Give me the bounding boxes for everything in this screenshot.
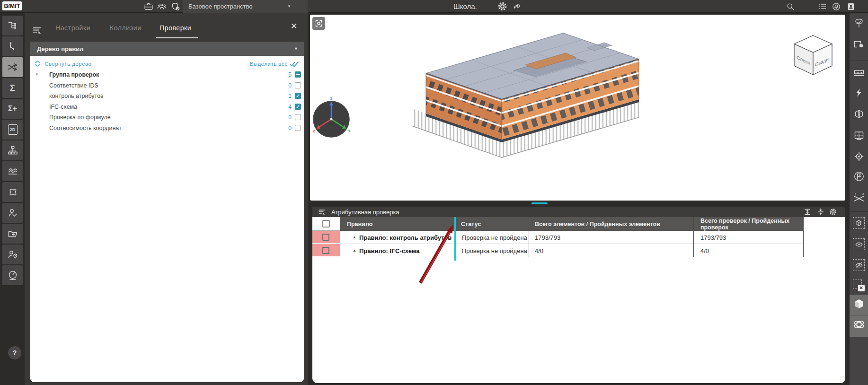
select-elements-icon[interactable] bbox=[850, 39, 868, 50]
tree-row-count: 1 bbox=[288, 93, 292, 99]
elements-cell: 4/0 bbox=[535, 244, 543, 257]
tree-row[interactable]: Проверка по формуле 0 bbox=[30, 113, 304, 123]
tree-row-label: контроль атрибутов bbox=[49, 93, 104, 99]
tree-row-label: Соответствие IDS bbox=[49, 82, 98, 89]
tree-expand-arrow[interactable]: ▼ bbox=[35, 72, 39, 77]
user-location-icon[interactable] bbox=[2, 245, 23, 264]
shield-clock-icon[interactable] bbox=[170, 1, 181, 12]
top-bar: BiMiT Базовое пространст bbox=[0, 0, 868, 13]
axis-gizmo-widget: Z X Y bbox=[312, 96, 351, 137]
search-icon[interactable] bbox=[786, 2, 795, 11]
model-tree-icon[interactable] bbox=[2, 16, 23, 35]
tree-section-header[interactable]: Дерево правил ▼ bbox=[30, 42, 304, 56]
tree-row-checkbox[interactable] bbox=[295, 125, 301, 131]
tree-row[interactable]: Соответствие IDS 0 bbox=[30, 81, 304, 91]
tree-row-checkbox[interactable] bbox=[295, 82, 301, 88]
orbit-icon[interactable] bbox=[850, 318, 868, 331]
org-chart-icon[interactable] bbox=[2, 140, 23, 160]
sheet-2d-icon[interactable]: 2D bbox=[2, 120, 23, 140]
tree-row[interactable]: IFC-схема 4 bbox=[30, 102, 304, 113]
ruler-icon[interactable] bbox=[850, 67, 868, 78]
row-checkbox[interactable] bbox=[322, 247, 329, 254]
focus-view-button[interactable] bbox=[312, 17, 325, 30]
row-collapse-arrow[interactable]: ▲ bbox=[353, 248, 356, 253]
folder-share-icon[interactable] bbox=[2, 224, 23, 244]
user-check-icon[interactable] bbox=[2, 203, 23, 223]
tree-row-checkbox[interactable] bbox=[295, 104, 301, 110]
solid-cube-icon[interactable] bbox=[850, 298, 868, 311]
tree-row-count: 4 bbox=[288, 104, 292, 110]
checks-cell: 4/0 bbox=[700, 244, 709, 257]
tab-checks[interactable]: Проверки bbox=[159, 24, 191, 32]
focus-target-icon[interactable] bbox=[850, 151, 868, 162]
column-header-elements[interactable]: Всего элементов / Пройденных элементов bbox=[529, 217, 693, 231]
help-button[interactable]: ? bbox=[8, 346, 21, 359]
select-all-link[interactable]: Выделить всё bbox=[250, 61, 288, 67]
panel-menu-icon[interactable] bbox=[318, 208, 326, 216]
collapse-tree-link[interactable]: Свернуть дерево bbox=[44, 61, 91, 67]
table-row[interactable]: ▲ Правило: контроль атрибутов Проверка н… bbox=[312, 231, 803, 244]
tree-section-title: Дерево правил bbox=[37, 45, 83, 52]
tree-row-checkbox[interactable] bbox=[295, 93, 301, 99]
panel-menu-icon[interactable] bbox=[32, 26, 42, 35]
row-checkbox-cell bbox=[312, 231, 340, 244]
project-title: Школа. bbox=[453, 2, 477, 10]
double-check-icon[interactable] bbox=[289, 60, 301, 68]
tree-row-checkbox[interactable] bbox=[295, 114, 301, 120]
row-collapse-arrow[interactable]: ▲ bbox=[353, 235, 356, 239]
team-icon[interactable] bbox=[157, 1, 167, 12]
app-logo-text: BiMiT bbox=[4, 3, 20, 9]
row-checkbox-cell bbox=[312, 244, 340, 257]
tree-row-count: 0 bbox=[288, 114, 292, 121]
expand-rows-icon[interactable] bbox=[804, 208, 811, 216]
row-checkbox[interactable] bbox=[322, 234, 329, 241]
column-header-checks[interactable]: Всего проверок / Пройденных проверок bbox=[693, 217, 803, 231]
share-icon[interactable] bbox=[513, 2, 522, 11]
gear-icon[interactable] bbox=[829, 208, 837, 216]
sum-plus-icon[interactable]: Σ+ bbox=[2, 99, 23, 119]
notifications-icon[interactable] bbox=[832, 2, 841, 11]
list-icon[interactable] bbox=[818, 2, 827, 11]
tree-row-group[interactable]: ▼ Группа проверок 5 bbox=[30, 70, 304, 80]
flash-icon[interactable] bbox=[850, 87, 868, 98]
deselect-x-icon[interactable]: ✕ bbox=[850, 280, 868, 292]
tree-row-checkbox[interactable] bbox=[295, 71, 301, 78]
panel-resize-handle[interactable] bbox=[531, 202, 548, 204]
briefcase-icon[interactable] bbox=[143, 1, 154, 12]
flag-circle-icon[interactable] bbox=[850, 170, 868, 183]
tab-collisions[interactable]: Коллизии bbox=[110, 24, 142, 32]
building-model bbox=[412, 33, 639, 158]
select-all-checkbox[interactable] bbox=[322, 220, 330, 228]
trend-lines-icon[interactable] bbox=[2, 161, 23, 181]
collapse-tree-icon[interactable] bbox=[35, 60, 41, 67]
tree-row[interactable]: контроль атрибутов 1 bbox=[30, 91, 304, 102]
measure-c2c-icon[interactable]: 1 2 bbox=[850, 192, 868, 205]
results-panel: Атрибутивная проверка bbox=[312, 207, 845, 383]
gizmo-y-label: Y bbox=[348, 129, 351, 133]
plugin-puzzle-icon[interactable] bbox=[2, 182, 23, 202]
column-divider bbox=[693, 217, 694, 257]
isolate-cube-icon[interactable] bbox=[850, 217, 868, 229]
checks-cell: 1793/793 bbox=[700, 231, 726, 244]
show-eye-icon[interactable] bbox=[850, 238, 868, 250]
select-node-icon[interactable] bbox=[2, 36, 23, 56]
section-cube-icon[interactable] bbox=[850, 108, 868, 120]
toolbar-group-separator bbox=[850, 315, 868, 316]
hide-eye-off-icon[interactable] bbox=[850, 259, 868, 271]
tab-settings[interactable]: Настройки bbox=[55, 24, 90, 32]
tree-row[interactable]: Соотносимость координат 0 bbox=[30, 123, 304, 134]
elements-cell: 1793/793 bbox=[535, 231, 560, 244]
collapse-rows-icon[interactable] bbox=[817, 208, 824, 216]
workspace-selector[interactable]: Базовое пространство ▼ bbox=[183, 0, 308, 13]
viewport-3d[interactable]: Z X Y Слева Сзади bbox=[310, 15, 845, 201]
tree-row-label: IFC-схема bbox=[49, 104, 77, 110]
table-row[interactable]: ▲ Правило: IFC-схема Проверка не пройден… bbox=[312, 244, 803, 257]
tree-plant-icon[interactable] bbox=[850, 18, 868, 29]
close-icon[interactable]: ✕ bbox=[291, 21, 297, 31]
clash-shuffle-icon[interactable] bbox=[2, 57, 23, 77]
dashboard-gauge-icon[interactable] bbox=[2, 265, 23, 285]
sum-icon[interactable]: Σ bbox=[2, 78, 23, 98]
plan-crosshair-icon[interactable] bbox=[850, 130, 868, 141]
account-icon[interactable] bbox=[846, 2, 856, 11]
gear-icon[interactable] bbox=[498, 2, 507, 11]
